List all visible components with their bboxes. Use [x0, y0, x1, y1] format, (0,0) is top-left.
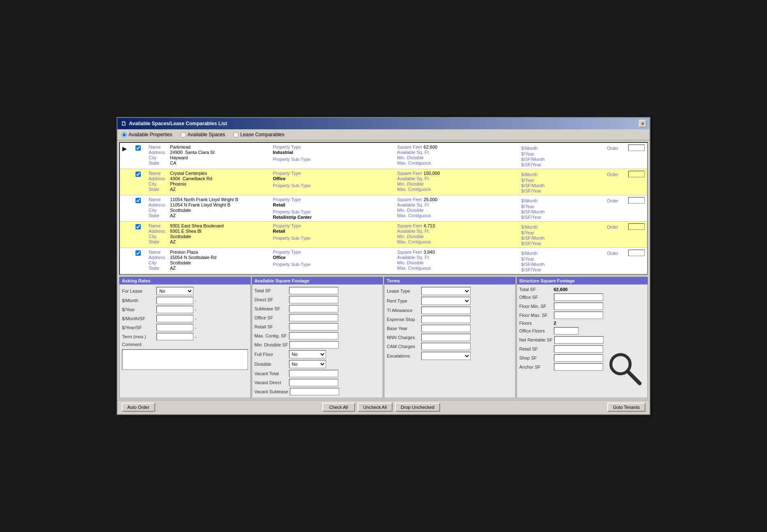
nnn-charges-label: NNN Charges — [387, 335, 420, 340]
for-lease-label: For Lease — [122, 289, 155, 294]
name-label: Name — [149, 171, 168, 176]
row-checkbox[interactable] — [135, 172, 141, 177]
available-spaces-option[interactable]: Available Spaces — [181, 132, 225, 138]
vacant-sublease-input[interactable] — [290, 388, 339, 395]
prop-subtype-label: Property Sub-Type — [273, 157, 397, 162]
vacant-total-input[interactable] — [289, 370, 338, 377]
lease-comparables-option[interactable]: Lease Comparables — [233, 132, 284, 138]
floor-max-sf-input[interactable] — [554, 312, 603, 319]
row-checkbox-cell[interactable] — [135, 171, 148, 177]
row-checkbox-cell[interactable] — [135, 144, 148, 151]
min-div-label: Min. Divisible — [397, 155, 424, 160]
full-floor-select[interactable]: NoYes — [289, 350, 326, 358]
term-input[interactable] — [156, 333, 193, 340]
state-label: State — [149, 161, 168, 165]
toolbar-left: Auto Order — [122, 403, 155, 412]
shop-sf-label: Shop SF — [519, 355, 552, 360]
auto-order-button[interactable]: Auto Order — [122, 403, 155, 412]
month-sf-input[interactable] — [156, 315, 193, 322]
divisible-select[interactable]: NoYes — [289, 360, 326, 368]
row-checkbox[interactable] — [135, 145, 141, 151]
prop-subtype-label: Property Sub-Type — [273, 183, 397, 188]
vacant-direct-input[interactable] — [289, 379, 338, 386]
prop-type-value: Industrial — [273, 150, 397, 155]
available-properties-radio[interactable] — [122, 132, 127, 138]
cam-charges-input[interactable] — [421, 343, 471, 350]
property-info: Name Parkmead Address 24900 Santa Clara … — [149, 144, 272, 165]
year-sf-input[interactable] — [156, 324, 193, 331]
year-input[interactable] — [156, 306, 193, 313]
total-sf-input[interactable] — [289, 287, 338, 294]
available-spaces-radio[interactable] — [181, 132, 186, 138]
office-sf-input[interactable] — [554, 294, 603, 301]
prop-type-value: Retail — [273, 202, 397, 207]
for-lease-select[interactable]: No Yes — [156, 287, 193, 295]
structure-sqft-panel: Structure Square Footage Total SF 62,600… — [517, 277, 648, 398]
order-input[interactable] — [628, 144, 645, 151]
window-icon: 🗋 — [121, 120, 126, 127]
divisible-label: Divisible — [255, 362, 287, 367]
row-checkbox[interactable] — [135, 250, 141, 256]
min-div-input[interactable] — [289, 341, 339, 349]
escalations-select[interactable] — [421, 352, 471, 360]
available-properties-option[interactable]: Available Properties — [122, 132, 172, 138]
max-contig-label: Max. Contig. SF — [255, 333, 287, 338]
table-row: Name Preston Plaza Address 15054 N Scott… — [120, 248, 647, 274]
table-row: Name 11054 North Frank Lloyd Wright B Ad… — [120, 195, 647, 222]
sqft-col: Square Feet150,000 Available Sq. Ft. Min… — [397, 171, 521, 192]
lease-comparables-label: Lease Comparables — [240, 132, 284, 138]
rent-type-label: Rent Type — [387, 298, 420, 303]
sqft-value: 150,000 — [424, 171, 440, 176]
row-checkbox-cell[interactable] — [135, 197, 148, 203]
nnn-charges-input[interactable] — [421, 334, 471, 341]
terms-panel: Terms Lease Type Rent Type TI Allowance … — [384, 277, 516, 398]
row-checkbox[interactable] — [135, 198, 141, 203]
city-label: City — [149, 181, 168, 186]
row-checkbox-cell[interactable] — [135, 223, 148, 229]
row-checkbox[interactable] — [135, 224, 141, 229]
lease-type-label: Lease Type — [387, 289, 420, 294]
order-input[interactable] — [628, 171, 645, 177]
property-address: 4304 Camelback Rd — [170, 176, 212, 181]
row-checkbox-cell[interactable] — [135, 250, 148, 256]
office-floors-input[interactable] — [554, 327, 579, 335]
goto-tenants-button[interactable]: Goto Tenants — [607, 403, 645, 412]
close-button[interactable]: ✕ — [639, 120, 646, 127]
check-all-button[interactable]: Check All — [322, 403, 355, 412]
office-sf-input[interactable] — [289, 314, 338, 321]
order-input[interactable] — [628, 223, 645, 230]
available-sqft-body: Total SF Direct SF Sublease SF Office SF… — [252, 284, 383, 398]
net-rentable-sf-input[interactable] — [554, 336, 604, 344]
row-arrow — [122, 223, 135, 224]
uncheck-all-button[interactable]: Uncheck All — [358, 403, 393, 412]
expense-stop-input[interactable] — [421, 316, 471, 323]
max-contig-input[interactable] — [289, 332, 338, 339]
available-sqft-panel: Available Square Footage Total SF Direct… — [252, 277, 384, 398]
order-input[interactable] — [628, 197, 645, 204]
year-label: $/Year — [122, 307, 155, 312]
order-label: Order — [607, 146, 627, 151]
base-year-input[interactable] — [421, 325, 471, 332]
rent-type-select[interactable] — [421, 297, 471, 305]
property-type-col: Property Type Industrial Property Sub-Ty… — [273, 144, 397, 162]
property-city: Phoenix — [170, 181, 186, 186]
year-sf-label: $/SF/Year — [521, 162, 542, 167]
property-type-col: Property Type Office Property Sub-Type — [273, 250, 397, 267]
direct-sf-input[interactable] — [289, 296, 338, 303]
drop-unchecked-button[interactable]: Drop Unchecked — [395, 403, 440, 412]
property-state: CA — [170, 161, 176, 165]
ti-allowance-input[interactable] — [421, 307, 471, 314]
anchor-sf-input[interactable] — [554, 363, 603, 371]
retail-sf-input[interactable] — [289, 323, 338, 330]
order-input[interactable] — [628, 250, 645, 256]
sublease-sf-input[interactable] — [289, 305, 338, 312]
month-input[interactable] — [156, 297, 193, 304]
lease-comparables-radio[interactable] — [233, 132, 239, 138]
comment-textarea[interactable] — [122, 349, 248, 370]
floor-min-sf-input[interactable] — [554, 303, 603, 310]
retail-sf-input[interactable] — [554, 345, 603, 353]
lease-type-select[interactable] — [421, 287, 471, 295]
vacant-direct-label: Vacant Direct — [255, 380, 287, 385]
available-sqft-header: Available Square Footage — [252, 277, 383, 284]
shop-sf-input[interactable] — [554, 354, 603, 362]
